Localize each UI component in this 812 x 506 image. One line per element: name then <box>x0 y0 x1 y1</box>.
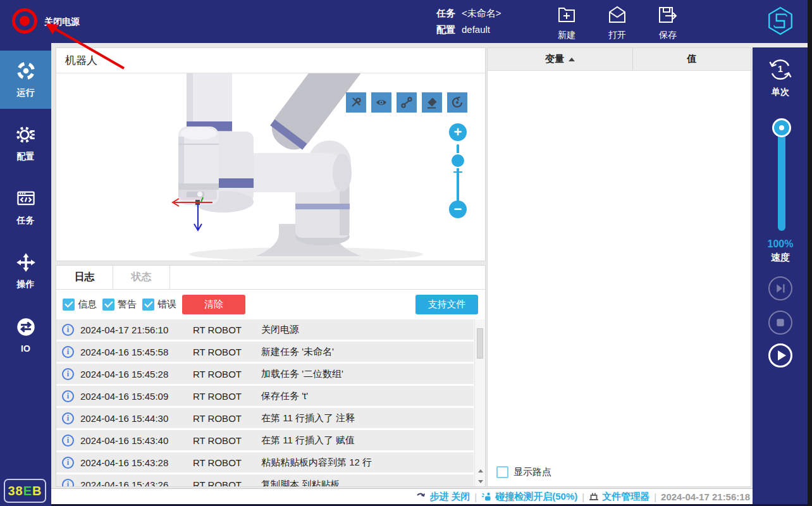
log-message: 在第 11 行插入了 赋值 <box>261 435 355 447</box>
path-button[interactable] <box>397 92 417 113</box>
sidebar-item-config[interactable]: 配置 <box>0 114 51 173</box>
tools-button[interactable] <box>346 92 366 113</box>
sidebar-item-task[interactable]: 任务 <box>0 178 51 237</box>
filter-warning-checkbox[interactable]: 警告 <box>102 299 137 311</box>
sidebar-item-jog[interactable]: 操作 <box>0 242 51 300</box>
save-task-button[interactable]: 保存 <box>656 4 679 41</box>
tab-log[interactable]: 日志 <box>56 266 113 289</box>
reset-view-button[interactable] <box>447 92 467 113</box>
zoom-out-button[interactable]: − <box>449 201 467 218</box>
sidebar-item-run[interactable]: 运行 <box>0 51 51 109</box>
file-manager-label: 文件管理器 <box>602 491 649 503</box>
log-row: 2024-04-16 15:43:28 RT ROBOT 粘贴粘贴板内容到第 1… <box>56 452 474 472</box>
sidebar-item-io[interactable]: IO <box>0 306 51 364</box>
info-icon <box>62 412 74 424</box>
info-icon <box>62 368 74 380</box>
play-button[interactable] <box>768 343 792 367</box>
separator: | <box>654 491 656 502</box>
scroll-down-button[interactable] <box>475 476 485 486</box>
speed-slider-knob[interactable] <box>772 118 791 137</box>
brand-logo-icon <box>765 5 796 39</box>
new-task-label: 新建 <box>558 30 575 41</box>
zoom-slider-knob[interactable] <box>450 153 465 168</box>
variable-column-header[interactable]: 变量 <box>488 48 633 70</box>
log-row: 2024-04-16 15:44:30 RT ROBOT 在第 11 行插入了 … <box>56 408 474 428</box>
new-task-button[interactable]: 新建 <box>555 4 578 41</box>
scroll-up-button[interactable] <box>475 466 485 476</box>
log-time: 2024-04-16 15:43:40 <box>80 435 193 446</box>
clock-timestamp: 2024-04-17 21:56:18 <box>661 491 750 502</box>
log-message: 复制脚本 到粘贴板 <box>261 479 340 487</box>
log-row: 2024-04-17 21:56:10 RT ROBOT 关闭电源 <box>56 319 474 340</box>
log-status-panel: 日志 状态 信息 警告 错误 清除 支持文件 2024-04-17 21:56:… <box>56 265 486 487</box>
log-row: 2024-04-16 15:45:58 RT ROBOT 新建任务 '未命名' <box>56 342 474 362</box>
log-list[interactable]: 2024-04-17 21:56:10 RT ROBOT 关闭电源 2024-0… <box>56 319 485 486</box>
robot-panel-title: 机器人 <box>56 48 485 73</box>
open-folder-icon <box>606 4 629 28</box>
power-button[interactable] <box>12 8 37 34</box>
log-source: RT ROBOT <box>193 324 261 335</box>
log-scrollbar[interactable] <box>474 319 485 486</box>
robot-3d-viewport[interactable]: + − <box>56 73 485 261</box>
filter-error-label: 错误 <box>157 299 176 311</box>
visibility-button[interactable] <box>371 92 391 113</box>
step-arrow-icon <box>416 491 426 502</box>
move-arrows-icon <box>16 252 36 275</box>
task-value: <未命名> <box>462 8 501 18</box>
scrollbar-thumb[interactable] <box>477 328 483 359</box>
right-sidebar: 1 单次 100% 速度 <box>753 47 808 506</box>
show-waypoints-checkbox[interactable]: 显示路点 <box>496 466 551 478</box>
log-time: 2024-04-16 15:45:28 <box>80 369 193 379</box>
top-bar: 关闭电源 任务<未命名> 配置default 新建 打开 <box>0 0 812 43</box>
log-message: 关闭电源 <box>261 324 299 336</box>
left-sidebar: 运行 配置 任务 <box>0 43 51 506</box>
sidebar-item-label: IO <box>21 343 30 354</box>
usb-drive-icon <box>589 491 599 502</box>
open-task-button[interactable]: 打开 <box>606 4 629 41</box>
skip-next-icon <box>770 277 791 300</box>
single-run-mode-button[interactable]: 1 <box>766 55 795 84</box>
status-code-badge[interactable]: 38EB <box>4 479 46 503</box>
value-column-label: 值 <box>687 53 697 65</box>
checkbox-checked-icon <box>142 299 154 311</box>
sidebar-item-label: 运行 <box>17 87 35 99</box>
speed-label: 速度 <box>753 252 808 264</box>
task-config-block: 任务<未命名> 配置default <box>436 5 501 38</box>
log-time: 2024-04-16 15:45:58 <box>80 347 193 357</box>
collision-detection-status[interactable]: 碰撞检测开启(50%) <box>481 491 577 503</box>
power-button-label: 关闭电源 <box>44 16 80 28</box>
step-mode-status[interactable]: 步进 关闭 <box>416 491 470 503</box>
sidebar-item-label: 操作 <box>17 279 35 290</box>
eraser-button[interactable] <box>422 92 442 113</box>
log-filter-row: 信息 警告 错误 清除 支持文件 <box>56 290 485 319</box>
variable-column-label: 变量 <box>545 53 564 65</box>
filter-info-checkbox[interactable]: 信息 <box>63 299 97 311</box>
info-icon <box>62 324 74 336</box>
speed-slider-track[interactable] <box>778 131 785 231</box>
clear-log-button[interactable]: 清除 <box>182 295 245 314</box>
step-forward-button[interactable] <box>768 276 792 300</box>
stop-button[interactable] <box>768 311 792 335</box>
log-message: 加载任务 '二位数组' <box>261 368 343 380</box>
badge-part-2: E <box>23 484 32 498</box>
support-file-button[interactable]: 支持文件 <box>415 295 478 314</box>
config-label: 配置 <box>436 24 455 35</box>
play-icon <box>770 345 790 366</box>
waypoint-path-icon <box>400 96 414 109</box>
variables-header: 变量 值 <box>488 48 751 71</box>
speed-percent: 100% <box>753 238 808 250</box>
log-source: RT ROBOT <box>193 479 261 487</box>
filter-info-label: 信息 <box>78 299 97 311</box>
filter-error-checkbox[interactable]: 错误 <box>142 299 176 311</box>
info-icon <box>62 346 74 358</box>
value-column-header[interactable]: 值 <box>633 48 751 70</box>
log-source: RT ROBOT <box>193 457 261 468</box>
info-icon <box>62 457 74 469</box>
eye-icon <box>374 96 388 109</box>
sort-ascending-icon <box>569 58 575 61</box>
file-manager-button[interactable]: 文件管理器 <box>589 491 649 503</box>
tab-status[interactable]: 状态 <box>113 266 170 289</box>
zoom-in-button[interactable]: + <box>449 123 467 141</box>
log-source: RT ROBOT <box>193 413 261 424</box>
log-source: RT ROBOT <box>193 391 261 402</box>
